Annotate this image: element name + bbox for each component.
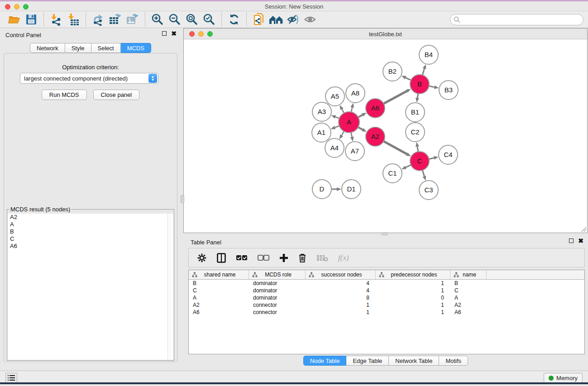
cell-predecessor-nodes[interactable]: 1 — [376, 309, 450, 316]
cell-name[interactable]: B — [450, 280, 487, 287]
column-type-icon — [252, 272, 258, 277]
tab-style[interactable]: Style — [65, 43, 91, 53]
refresh-icon[interactable] — [225, 12, 243, 27]
table-row[interactable]: A6connector11A6 — [189, 309, 584, 316]
cell-name[interactable]: A2 — [450, 301, 487, 309]
first-neighbors-icon[interactable] — [268, 12, 285, 27]
table-panel: Table Panel ✖ f(x) shared nameMCDS roles… — [183, 235, 588, 371]
delete-column-icon[interactable] — [298, 253, 306, 263]
cell-successor-nodes[interactable]: 1 — [306, 301, 376, 309]
cell-predecessor-nodes[interactable]: 1 — [376, 301, 450, 309]
tab-mcds[interactable]: MCDS — [121, 43, 151, 53]
window-titlebar: Session: New Session — [0, 1, 588, 11]
close-table-panel-icon[interactable]: ✖ — [578, 238, 583, 243]
export-table-icon[interactable] — [107, 12, 124, 27]
cell-MCDS-role[interactable]: dominator — [249, 294, 306, 301]
result-item[interactable]: B — [8, 228, 173, 235]
table-row[interactable]: A2connector11A2 — [189, 301, 584, 309]
cell-successor-nodes[interactable]: 8 — [306, 294, 376, 301]
zoom-in-icon[interactable] — [149, 12, 166, 27]
node-label-A6: A6 — [371, 104, 379, 112]
toolbar-separator — [145, 13, 145, 26]
show-all-icon[interactable] — [302, 12, 319, 27]
column-header-label: predecessor nodes — [384, 272, 450, 278]
cell-MCDS-role[interactable]: connector — [249, 301, 306, 309]
tab-node-table[interactable]: Node Table — [303, 356, 347, 366]
run-mcds-button[interactable]: Run MCDS — [42, 90, 87, 100]
node-label-B2: B2 — [388, 67, 397, 75]
column-header-predecessor-nodes[interactable]: predecessor nodes — [376, 270, 450, 279]
tab-network-table[interactable]: Network Table — [389, 356, 439, 366]
cell-name[interactable]: A6 — [450, 309, 487, 316]
control-panel: Control Panel ✖ NetworkStyleSelectMCDS O… — [0, 28, 181, 371]
result-item[interactable]: A6 — [8, 243, 173, 250]
function-builder-icon[interactable]: f(x) — [338, 253, 349, 262]
float-panel-icon[interactable] — [162, 31, 167, 36]
table-row[interactable]: Adominator80A — [189, 294, 584, 301]
delete-table-icon[interactable] — [316, 254, 328, 262]
cell-MCDS-role[interactable]: dominator — [249, 287, 306, 294]
import-network-icon[interactable] — [48, 12, 65, 27]
open-file-icon[interactable] — [5, 12, 23, 27]
close-panel-button[interactable]: Close panel — [93, 90, 140, 100]
cell-predecessor-nodes[interactable]: 1 — [376, 280, 450, 287]
select-all-columns-icon[interactable] — [236, 255, 248, 261]
result-item[interactable]: A — [8, 221, 173, 228]
search-container — [450, 14, 583, 25]
deselect-all-columns-icon[interactable] — [258, 255, 269, 261]
cell-shared-name[interactable]: C — [189, 287, 249, 294]
show-columns-icon[interactable] — [217, 253, 226, 263]
memory-button[interactable]: Memory — [544, 373, 583, 383]
table-row[interactable]: Bdominator41B — [189, 280, 584, 287]
search-input[interactable] — [450, 14, 583, 25]
column-header-shared-name[interactable]: shared name — [189, 270, 249, 279]
zoom-out-icon[interactable] — [166, 12, 183, 27]
tab-motifs[interactable]: Motifs — [439, 356, 468, 366]
cell-shared-name[interactable]: A — [189, 294, 249, 301]
zoom-selected-icon[interactable] — [201, 12, 218, 27]
tab-edge-table[interactable]: Edge Table — [346, 356, 389, 366]
vertical-splitter-handle[interactable] — [181, 195, 184, 203]
tab-network[interactable]: Network — [30, 43, 65, 53]
cell-shared-name[interactable]: B — [189, 280, 249, 287]
save-session-icon[interactable] — [23, 12, 40, 27]
task-history-button[interactable] — [5, 373, 17, 383]
create-column-icon[interactable] — [279, 253, 288, 262]
import-table-icon[interactable] — [65, 12, 82, 27]
cell-successor-nodes[interactable]: 4 — [306, 280, 376, 287]
resize-grip-icon[interactable] — [580, 226, 587, 232]
float-table-panel-icon[interactable] — [569, 238, 574, 243]
cell-MCDS-role[interactable]: dominator — [249, 280, 306, 287]
column-type-icon — [454, 272, 459, 277]
cell-successor-nodes[interactable]: 1 — [306, 309, 376, 316]
optimization-select[interactable]: largest connected component (directed) ▲… — [20, 73, 158, 84]
tab-select[interactable]: Select — [91, 43, 121, 53]
cell-MCDS-role[interactable]: connector — [249, 309, 306, 316]
hide-selected-icon[interactable] — [285, 12, 302, 27]
result-scrollbar[interactable] — [167, 214, 173, 360]
result-item[interactable]: C — [8, 235, 173, 243]
toolbar-separator — [43, 13, 44, 26]
column-header-successor-nodes[interactable]: successor nodes — [306, 270, 376, 279]
new-network-from-selection-icon[interactable] — [250, 12, 268, 27]
horizontal-splitter-handle[interactable] — [382, 232, 388, 235]
optimization-select-value: largest connected component (directed) — [20, 75, 148, 82]
table-row[interactable]: Cdominator41C — [189, 287, 584, 294]
network-canvas[interactable]: B4B2BB3A8A5A6A3B1AA1C2A2A4A7C4CC1DD1C3 — [184, 40, 587, 233]
column-header-MCDS-role[interactable]: MCDS role — [249, 270, 306, 279]
table-settings-gear-icon[interactable] — [197, 253, 207, 263]
zoom-fit-icon[interactable] — [183, 12, 201, 27]
export-network-icon[interactable] — [90, 12, 107, 27]
cell-successor-nodes[interactable]: 4 — [306, 287, 376, 294]
cell-predecessor-nodes[interactable]: 1 — [376, 287, 450, 294]
table-toolbar: f(x) — [188, 248, 585, 267]
cell-name[interactable]: A — [450, 294, 487, 301]
cell-predecessor-nodes[interactable]: 0 — [376, 294, 450, 301]
cell-shared-name[interactable]: A6 — [189, 309, 249, 316]
result-item[interactable]: A2 — [8, 214, 173, 221]
cell-name[interactable]: C — [450, 287, 487, 294]
close-panel-icon[interactable]: ✖ — [171, 31, 177, 36]
column-header-name[interactable]: name — [450, 270, 487, 279]
export-image-icon[interactable] — [124, 12, 141, 27]
cell-shared-name[interactable]: A2 — [189, 301, 249, 309]
